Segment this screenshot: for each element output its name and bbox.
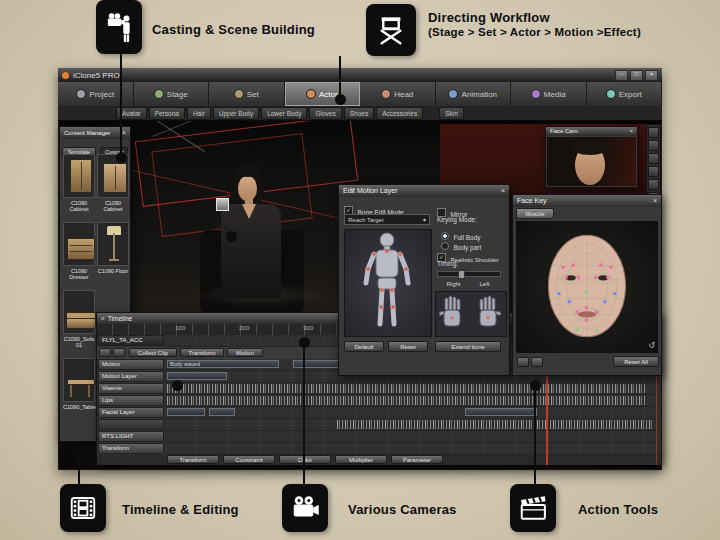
tab-head[interactable]: Head — [360, 82, 436, 106]
track-label-motion-layer[interactable]: Motion Layer — [98, 371, 164, 382]
connector-casting — [120, 52, 122, 153]
rotate-tool-button[interactable] — [648, 153, 659, 164]
timing-slider[interactable] — [437, 271, 501, 277]
collect-clip-button[interactable]: Collect Clip — [129, 348, 177, 357]
export-tab-icon — [606, 89, 616, 99]
track-label-viseme[interactable]: Viseme — [98, 383, 164, 394]
tab-media[interactable]: Media — [511, 82, 587, 106]
content-item-cabinet-1[interactable]: C1090 Cabinet — [63, 154, 95, 212]
transform-button[interactable]: Transform — [180, 348, 224, 357]
filter-transform-button[interactable]: Transform — [167, 455, 219, 464]
content-item-cabinet-2[interactable]: C1090 Cabinet — [97, 154, 129, 212]
chevron-down-icon: ▾ — [423, 215, 426, 224]
facial-clip-1[interactable] — [167, 408, 205, 416]
motion-clip[interactable]: Body waved — [167, 360, 279, 368]
face-key-close-icon[interactable]: × — [653, 195, 657, 207]
object-track-label[interactable]: FLYL_TA_ACC — [98, 335, 164, 346]
bone-mannequin[interactable] — [344, 229, 432, 337]
track-label-rts-light[interactable]: RTS LIGHT — [98, 431, 164, 442]
connector-timeline — [78, 448, 80, 484]
reach-target-dropdown[interactable]: Reach Target▾ — [344, 214, 430, 225]
hand-selector[interactable] — [435, 291, 507, 337]
connector-action — [534, 391, 536, 484]
track-lane-lips[interactable] — [165, 395, 660, 407]
facial-clip-3[interactable] — [465, 408, 537, 416]
content-item-table[interactable]: C1090_Table02 — [63, 358, 95, 410]
subtab-shoes[interactable]: Shoes — [344, 107, 374, 120]
subtab-lower-body[interactable]: Lower Body — [261, 107, 307, 120]
content-item-sofa[interactable]: C1090_Sofa 01 — [63, 290, 95, 348]
tab-stage[interactable]: Stage — [134, 82, 210, 106]
face-preview-close-icon[interactable]: × — [629, 127, 633, 136]
subtab-skin[interactable]: Skin — [439, 107, 464, 120]
track-label-audio[interactable] — [98, 419, 164, 430]
subtab-accessories[interactable]: Accessories — [376, 107, 423, 120]
timing-slider-thumb[interactable] — [458, 270, 465, 279]
tab-export[interactable]: Export — [587, 82, 663, 106]
face-zoom-icon[interactable] — [517, 357, 529, 367]
muscle-tab[interactable]: Muscle — [516, 208, 554, 219]
filter-multiplier-button[interactable]: Multiplier — [335, 455, 387, 464]
track-lane-rts-light[interactable] — [165, 431, 660, 443]
close-button[interactable]: × — [645, 70, 658, 81]
face-key-canvas[interactable]: ↺ — [516, 221, 658, 353]
edit-motion-layer-dialog: Edit Motion Layer × ✓ Bone Edit Mode Rea… — [338, 184, 510, 376]
track-list-icon[interactable] — [99, 348, 111, 357]
motion-clip-2[interactable] — [293, 360, 339, 368]
lips-waveform — [167, 396, 646, 405]
move-gizmo[interactable] — [216, 198, 229, 211]
rotate-view-icon[interactable]: ↺ — [648, 341, 655, 350]
mannequin-figure — [345, 230, 429, 334]
tab-actor[interactable]: Actor — [285, 82, 361, 106]
content-manager-close-icon[interactable]: × — [122, 127, 126, 139]
app-logo-icon — [62, 72, 69, 79]
tab-set[interactable]: Set — [209, 82, 285, 106]
motion-button[interactable]: Motion — [227, 348, 263, 357]
track-label-facial-layer[interactable]: Facial Layer — [98, 407, 164, 418]
directing-title: Directing Workflow — [428, 10, 550, 25]
hand-labels: Right Left — [437, 281, 499, 287]
track-label-transform[interactable]: Transform — [98, 443, 164, 454]
filter-color-button[interactable]: Color — [279, 455, 331, 464]
tab-project[interactable]: Project — [58, 82, 134, 106]
move-tool-button[interactable] — [648, 140, 659, 151]
bullet-content-manager — [116, 152, 127, 163]
track-lane-transform[interactable] — [165, 443, 660, 455]
subtab-upper-body[interactable]: Upper Body — [213, 107, 259, 120]
subtab-persona[interactable]: Persona — [149, 107, 185, 120]
scale-tool-button[interactable] — [648, 166, 659, 177]
content-item-floor-lamp[interactable]: C1090 Floor — [97, 222, 129, 274]
track-label-motion[interactable]: Motion — [98, 359, 164, 370]
project-tab-icon — [76, 89, 86, 99]
filter-constraint-button[interactable]: Constraint — [223, 455, 275, 464]
face-pan-icon[interactable] — [531, 357, 543, 367]
track-lane-facial-layer[interactable] — [165, 407, 660, 419]
reset-all-button[interactable]: Reset All — [613, 356, 659, 367]
set-tab-icon — [234, 89, 244, 99]
extend-bone-button[interactable]: Extend bone — [435, 341, 501, 352]
timeline-menu-icon[interactable]: ≡ — [101, 315, 105, 322]
subtab-hair[interactable]: Hair — [187, 107, 211, 120]
edit-motion-layer-close-icon[interactable]: × — [501, 185, 505, 197]
maximize-button[interactable]: □ — [630, 70, 643, 81]
slide: iClone5 PRO – □ × Project Stage Set Acto… — [0, 0, 720, 540]
track-lane-viseme[interactable] — [165, 383, 660, 395]
audio-waveform — [337, 420, 654, 429]
zoom-fit-icon[interactable] — [113, 348, 125, 357]
minimize-button[interactable]: – — [615, 70, 628, 81]
default-button[interactable]: Default — [344, 341, 384, 352]
camera-tool-button[interactable] — [648, 179, 659, 190]
subtab-gloves[interactable]: Gloves — [309, 107, 341, 120]
track-lane-audio[interactable] — [165, 419, 660, 431]
tab-animation[interactable]: Animation — [436, 82, 512, 106]
content-item-dresser[interactable]: C1090 Dresser — [63, 222, 95, 280]
reset-button[interactable]: Reset — [388, 341, 428, 352]
face-mesh — [516, 221, 658, 353]
character-body[interactable] — [221, 204, 281, 298]
select-tool-button[interactable] — [648, 127, 659, 138]
hands-figure — [436, 292, 504, 334]
facial-clip-2[interactable] — [209, 408, 235, 416]
motion-layer-clip[interactable] — [167, 372, 227, 380]
filter-parameter-button[interactable]: Parameter — [391, 455, 443, 464]
track-label-lips[interactable]: Lips — [98, 395, 164, 406]
